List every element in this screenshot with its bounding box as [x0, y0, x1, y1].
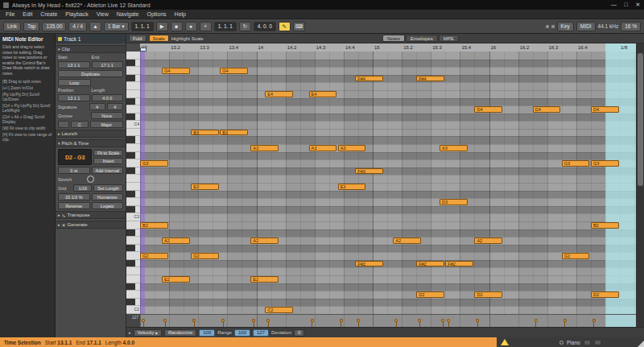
generate-section-header[interactable]: ▸✕ Generate: [56, 221, 126, 229]
piano-key[interactable]: [126, 136, 140, 144]
scale-toggle[interactable]: [58, 121, 69, 128]
quantize-menu[interactable]: 1 Bar ▾: [104, 22, 129, 31]
black-key[interactable]: [126, 75, 135, 82]
midi-note[interactable]: E3: [338, 184, 366, 190]
tab-notes[interactable]: Notes: [382, 35, 405, 42]
midi-note[interactable]: C2: [265, 307, 293, 313]
signature-denominator-field[interactable]: 4: [107, 103, 123, 110]
midi-note[interactable]: E3: [191, 184, 219, 190]
black-key[interactable]: [126, 260, 135, 267]
menu-create[interactable]: Create: [36, 11, 61, 17]
lane-fold-icon[interactable]: ▸: [129, 330, 131, 335]
menu-file[interactable]: File: [2, 11, 19, 17]
midi-note[interactable]: D4: [474, 106, 502, 113]
piano-key[interactable]: [126, 183, 140, 191]
piano-key[interactable]: [126, 129, 140, 137]
black-key[interactable]: [126, 206, 135, 213]
piano-key[interactable]: [126, 98, 140, 106]
midi-note[interactable]: F#3: [355, 168, 383, 175]
black-key[interactable]: [126, 191, 135, 198]
black-key[interactable]: [126, 167, 135, 175]
midi-note[interactable]: B3: [191, 130, 219, 136]
midi-note[interactable]: A3: [250, 145, 279, 151]
key-map-button[interactable]: Key: [557, 22, 574, 31]
black-key[interactable]: [126, 152, 135, 159]
piano-key[interactable]: [126, 67, 140, 75]
duplicate-button[interactable]: Duplicate: [58, 70, 123, 77]
velocity-lane[interactable]: [140, 314, 636, 327]
velocity-marker[interactable]: [441, 319, 444, 322]
midi-note[interactable]: A2: [250, 238, 279, 244]
resize-grip[interactable]: [638, 341, 644, 347]
piano-key[interactable]: C3: [126, 213, 140, 221]
velocity-marker[interactable]: [311, 319, 314, 322]
menu-navigate[interactable]: Navigate: [113, 11, 143, 17]
stop-button[interactable]: ■: [171, 22, 183, 31]
midi-note[interactable]: B3: [220, 130, 248, 136]
tap-tempo-button[interactable]: Tap: [23, 22, 39, 31]
groove-chooser[interactable]: None: [91, 112, 124, 119]
black-key[interactable]: [126, 60, 135, 67]
velocity-marker[interactable]: [418, 319, 421, 322]
piano-key[interactable]: [126, 283, 140, 291]
midi-note[interactable]: G2: [562, 253, 590, 259]
velocity-marker[interactable]: [564, 319, 567, 322]
midi-note[interactable]: G4: [220, 68, 248, 74]
midi-note[interactable]: D2: [474, 291, 502, 298]
midi-note[interactable]: D2: [591, 291, 619, 298]
piano-roll-grid[interactable]: G4G4F#4F#4E4E4D4D4D4B3B3A3A3A3A3G3G3G3F#…: [140, 52, 636, 314]
time-signature-field[interactable]: 4 / 4: [68, 22, 87, 31]
velocity-marker[interactable]: [592, 319, 596, 322]
velocity-marker[interactable]: [192, 319, 196, 322]
piano-key[interactable]: [126, 105, 140, 114]
invert-button[interactable]: Invert: [93, 158, 123, 164]
piano-key[interactable]: [126, 252, 140, 260]
piano-key[interactable]: [126, 245, 140, 253]
maximize-button[interactable]: □: [620, 2, 632, 8]
midi-note[interactable]: D4: [533, 106, 561, 113]
tab-mpe[interactable]: MPE: [439, 35, 459, 42]
menu-edit[interactable]: Edit: [19, 11, 36, 17]
black-key[interactable]: [126, 136, 135, 143]
clip-start-field[interactable]: 13 1 1: [58, 61, 90, 68]
midi-note[interactable]: G3: [562, 160, 590, 167]
beat-time-ruler[interactable]: 1313.213.313.41414.214.314.41515.215.315…: [126, 43, 644, 52]
piano-key[interactable]: [126, 260, 140, 268]
device-view-icon[interactable]: [584, 340, 591, 345]
close-button[interactable]: ✕: [632, 2, 644, 8]
humanize-button[interactable]: Humanize: [92, 193, 124, 200]
midi-note[interactable]: G2: [140, 253, 168, 259]
piano-key[interactable]: C2: [126, 306, 140, 314]
loop-switch[interactable]: ↻: [239, 22, 251, 31]
humanize-amount-field[interactable]: 33 1/3 %: [58, 193, 90, 200]
menu-options[interactable]: Options: [142, 11, 170, 17]
black-key[interactable]: [126, 283, 135, 291]
piano-key[interactable]: [126, 60, 140, 68]
piano-key[interactable]: [126, 90, 140, 98]
midi-note[interactable]: E4: [309, 91, 337, 97]
scrollbar-handle[interactable]: [638, 53, 643, 186]
velocity-marker[interactable]: [266, 319, 270, 322]
velocity-marker[interactable]: [142, 319, 145, 322]
grid-chooser[interactable]: 1/16: [73, 184, 92, 192]
loop-length-field[interactable]: 4. 0. 0: [254, 22, 276, 31]
black-key[interactable]: [126, 299, 135, 306]
midi-note[interactable]: A3: [309, 145, 337, 151]
pitch-time-section-header[interactable]: ▾Pitch & Time: [56, 139, 126, 147]
midi-note[interactable]: B2: [140, 222, 168, 229]
randomize-amount-field[interactable]: 100: [199, 329, 215, 337]
piano-key[interactable]: [126, 267, 140, 275]
piano-key[interactable]: [126, 152, 140, 160]
midi-note[interactable]: G2: [191, 253, 219, 259]
black-key[interactable]: [126, 98, 135, 105]
interval-field[interactable]: 0 st: [58, 167, 90, 174]
midi-note[interactable]: E2: [250, 276, 279, 283]
overdub-button[interactable]: +: [200, 22, 212, 31]
midi-note[interactable]: D3: [440, 199, 468, 205]
transpose-section-header[interactable]: ▸∿ Transpose: [56, 211, 126, 219]
midi-note[interactable]: A2: [162, 238, 190, 244]
piano-key[interactable]: [126, 229, 140, 238]
set-length-button[interactable]: Set Length: [93, 184, 123, 192]
reverse-button[interactable]: Reverse: [58, 202, 90, 209]
midi-note[interactable]: D2: [416, 291, 444, 298]
